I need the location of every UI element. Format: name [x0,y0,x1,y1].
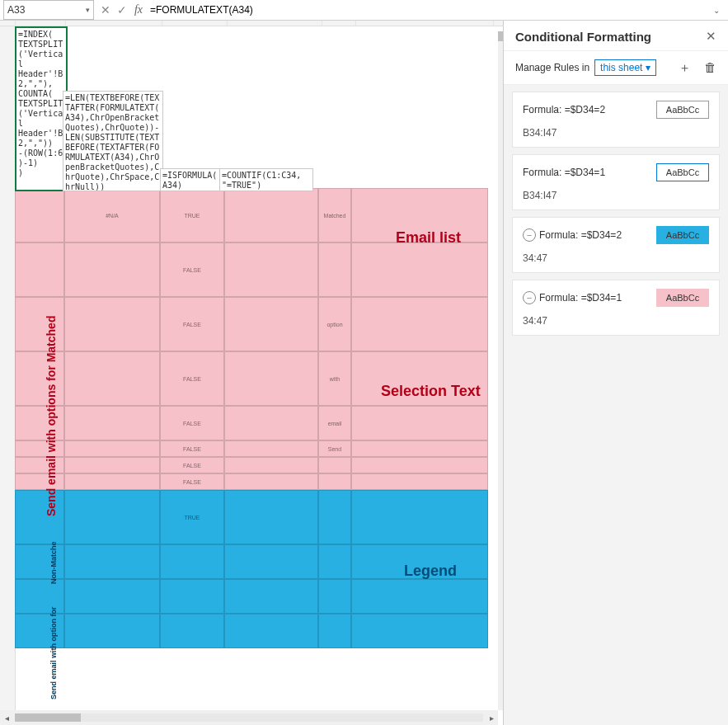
delete-rule-icon[interactable]: 🗑 [704,60,716,76]
accept-formula-icon[interactable]: ✓ [114,3,130,16]
expand-formula-bar-icon[interactable]: ⌄ [710,6,728,15]
cf-rule[interactable]: Formula: =$D34=2AaBbCcB34:I47 [512,92,720,148]
column-headers [0,21,503,26]
scope-select[interactable]: this sheet ▾ [594,59,656,76]
cf-rule[interactable]: −Formula: =$D34=2AaBbCc34:47 [512,217,720,273]
manage-rules-label: Manage Rules in [515,62,589,73]
panel-title: Conditional Formatting [515,30,651,44]
fx-icon[interactable]: fx [130,3,147,16]
name-box[interactable]: A33 ▾ [3,0,94,20]
worksheet[interactable]: =INDEX( TEXTSPLIT ('Vertica l Header'!B … [0,21,504,725]
format-preview: AaBbCc [656,226,709,244]
rule-range: B34:I47 [523,190,709,201]
label-selection-text: Selection Text [381,383,481,400]
cancel-formula-icon[interactable]: ✕ [97,3,114,16]
rule-range: 34:47 [523,252,709,264]
scope-value: this sheet [600,62,642,73]
conditional-formatting-panel: Conditional Formatting ✕ Manage Rules in… [504,21,728,725]
format-preview: AaBbCc [656,289,709,307]
chevron-down-icon: ▾ [86,6,90,14]
label-legend: Legend [404,563,457,580]
vertical-header-nonmatched: Non-Matche [49,534,58,584]
name-box-value: A33 [7,4,25,16]
rule-range: B34:I47 [523,127,709,139]
scrollbar-thumb[interactable] [498,31,503,41]
cell-c33[interactable]: =ISFORMULA( A34) [160,168,223,191]
format-preview: AaBbCc [656,163,709,181]
formula-bar: A33 ▾ ✕ ✓ fx ⌄ [0,0,728,21]
vertical-scrollbar[interactable] [498,31,503,710]
rule-formula: Formula: =$D34=1 [523,167,650,178]
formula-input[interactable] [147,0,710,20]
format-preview: AaBbCc [656,101,709,119]
add-rule-icon[interactable]: ＋ [679,60,691,76]
scroll-left-icon[interactable]: ◂ [0,713,13,723]
scroll-right-icon[interactable]: ▸ [485,713,498,723]
cf-rule[interactable]: Formula: =$D34=1AaBbCcB34:I47 [512,154,720,210]
scrollbar-thumb[interactable] [15,713,81,722]
close-icon[interactable]: ✕ [706,29,716,44]
stop-if-true-icon[interactable]: − [523,228,536,242]
horizontal-scrollbar[interactable]: ◂ ▸ [0,710,498,725]
rule-formula: Formula: =$D34=2 [539,229,650,241]
vertical-header-matched: Send email with options for Matched [45,203,58,516]
cell-a33[interactable]: =INDEX( TEXTSPLIT ('Vertica l Header'!B … [15,26,68,191]
cf-rule[interactable]: −Formula: =$D34=1AaBbCc34:47 [512,280,720,336]
chevron-down-icon: ▾ [646,62,651,73]
cell-d33[interactable]: =COUNTIF(C1:C34, "=TRUE") [219,168,313,191]
rule-formula: Formula: =$D34=1 [539,292,650,304]
row-headers [0,26,16,725]
cell-b33[interactable]: =LEN(TEXTBEFORE(TEX TAFTER(FORMULATEXT( … [63,91,163,191]
stop-if-true-icon[interactable]: − [523,291,536,304]
rule-formula: Formula: =$D34=2 [523,104,650,115]
rule-range: 34:47 [523,315,709,327]
vertical-header-send-blue: Send email with option for [49,592,58,699]
rules-list: Formula: =$D34=2AaBbCcB34:I47Formula: =$… [504,85,728,342]
label-email-list: Email list [396,229,461,247]
